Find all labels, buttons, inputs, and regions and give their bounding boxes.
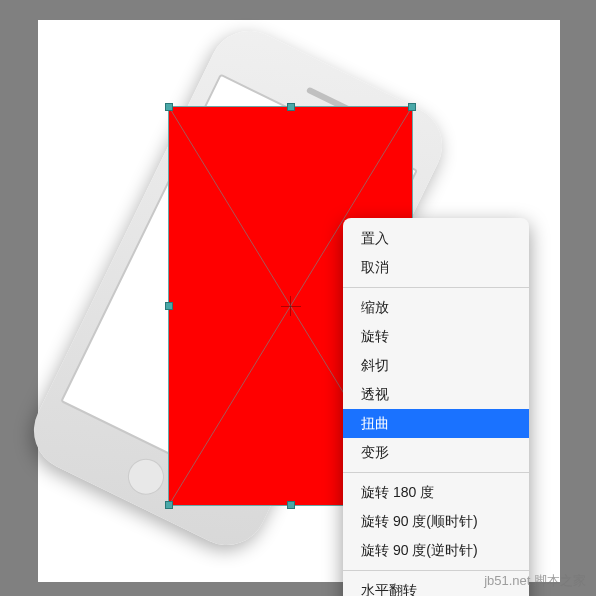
menu-separator: [343, 287, 529, 288]
handle-mid-left[interactable]: [165, 302, 173, 310]
menu-item-scale[interactable]: 缩放: [343, 293, 529, 322]
menu-item-skew[interactable]: 斜切: [343, 351, 529, 380]
watermark: jb51.net 脚本之家: [484, 572, 586, 590]
menu-item-rotate-90-ccw[interactable]: 旋转 90 度(逆时针): [343, 536, 529, 565]
handle-top-left[interactable]: [165, 103, 173, 111]
menu-separator: [343, 472, 529, 473]
menu-item-distort[interactable]: 扭曲: [343, 409, 529, 438]
home-button-icon: [122, 453, 170, 501]
menu-item-rotate-180[interactable]: 旋转 180 度: [343, 478, 529, 507]
menu-item-rotate-90-cw[interactable]: 旋转 90 度(顺时针): [343, 507, 529, 536]
menu-item-rotate[interactable]: 旋转: [343, 322, 529, 351]
handle-top-right[interactable]: [408, 103, 416, 111]
transform-context-menu: 置入取消缩放旋转斜切透视扭曲变形旋转 180 度旋转 90 度(顺时针)旋转 9…: [343, 218, 529, 596]
transform-pivot[interactable]: [284, 299, 298, 313]
handle-bottom-mid[interactable]: [287, 501, 295, 509]
menu-item-perspective[interactable]: 透视: [343, 380, 529, 409]
menu-item-place[interactable]: 置入: [343, 224, 529, 253]
handle-top-mid[interactable]: [287, 103, 295, 111]
menu-separator: [343, 570, 529, 571]
handle-bottom-left[interactable]: [165, 501, 173, 509]
menu-item-cancel[interactable]: 取消: [343, 253, 529, 282]
menu-item-warp[interactable]: 变形: [343, 438, 529, 467]
